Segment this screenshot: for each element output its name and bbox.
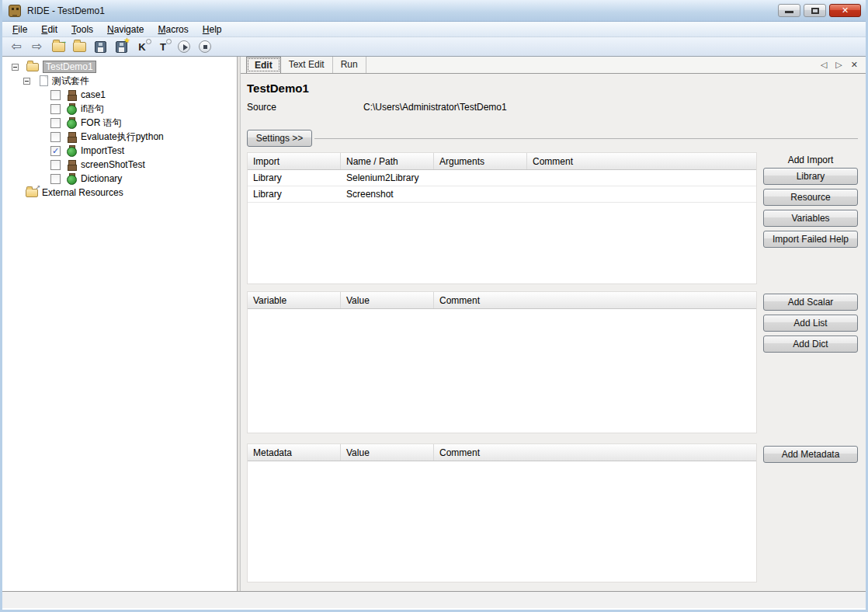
save-button[interactable] — [91, 38, 109, 55]
stop-running-button[interactable] — [196, 38, 214, 55]
tree-item-root[interactable]: TestDemo1 — [2, 60, 237, 74]
open-test-suite-button[interactable]: → — [49, 38, 68, 55]
test-checkbox[interactable] — [50, 174, 61, 184]
run-tests-button[interactable] — [175, 38, 193, 55]
robot-test-icon — [66, 159, 77, 170]
column-header-import: Import — [248, 153, 341, 169]
tree-item-if[interactable]: if语句 — [2, 102, 237, 116]
app-robot-icon — [9, 5, 21, 17]
tree-item-label[interactable]: screenShotTest — [81, 159, 145, 170]
add-library-button[interactable]: Library — [763, 168, 858, 185]
table-row[interactable]: Library Screenshot — [248, 186, 756, 203]
tree-item-suite[interactable]: 测试套件 — [2, 74, 237, 88]
robot-test-icon — [66, 103, 77, 114]
test-checkbox[interactable] — [50, 118, 61, 128]
maximize-button[interactable] — [804, 4, 826, 17]
source-path: C:\Users\Administrator\TestDemo1 — [363, 102, 507, 113]
open-directory-icon — [73, 42, 86, 52]
search-keywords-button[interactable]: K — [133, 38, 151, 55]
variable-table: Variable Value Comment — [247, 291, 757, 433]
import-failed-help-button[interactable]: Import Failed Help — [763, 231, 858, 248]
column-header-comment: Comment — [527, 153, 756, 169]
metadata-table: Metadata Value Comment — [247, 443, 757, 582]
variable-section: Variable Value Comment Add Scalar Add Li… — [247, 291, 858, 433]
search-tests-button[interactable]: T — [154, 38, 172, 55]
tab-run[interactable]: Run — [333, 57, 366, 73]
app-window: RIDE - TestDemo1 ✕ File Edit Tools Navig… — [0, 0, 868, 612]
collapse-expander-icon[interactable] — [12, 64, 19, 71]
test-checkbox-checked[interactable]: ✓ — [50, 146, 61, 156]
import-table-header: Import Name / Path Arguments Comment — [248, 153, 756, 170]
table-row[interactable]: Library Selenium2Library — [248, 170, 756, 186]
add-metadata-button[interactable]: Add Metadata — [763, 446, 858, 463]
robot-test-icon — [66, 117, 77, 128]
menu-edit[interactable]: Edit — [34, 23, 64, 37]
cell-import-type[interactable]: Library — [248, 186, 341, 202]
test-checkbox[interactable] — [50, 160, 61, 170]
minimize-button[interactable] — [778, 4, 800, 17]
column-header-value: Value — [341, 444, 434, 461]
add-resource-button[interactable]: Resource — [763, 189, 858, 206]
add-scalar-button[interactable]: Add Scalar — [763, 294, 858, 311]
menu-tools[interactable]: Tools — [64, 23, 100, 37]
tree-item-label[interactable]: ImportTest — [81, 145, 124, 156]
tab-text-edit[interactable]: Text Edit — [281, 57, 333, 73]
tab-edit[interactable]: Edit — [246, 57, 281, 73]
external-resources-folder-icon — [26, 189, 38, 197]
test-checkbox[interactable] — [50, 104, 61, 114]
suite-title: TestDemo1 — [247, 82, 858, 95]
tree-root-label[interactable]: TestDemo1 — [43, 61, 96, 73]
settings-toggle-button[interactable]: Settings >> — [247, 130, 312, 147]
toolbar: ⇦ ⇨ → ★ K T — [2, 37, 866, 57]
cell-import-type[interactable]: Library — [248, 170, 341, 186]
tree-item-label[interactable]: case1 — [81, 89, 106, 100]
tree-item-for[interactable]: FOR 语句 — [2, 116, 237, 130]
robot-test-icon — [66, 131, 77, 142]
collapse-expander-icon[interactable] — [23, 78, 30, 85]
column-header-comment: Comment — [434, 292, 756, 308]
menu-macros[interactable]: Macros — [151, 23, 195, 37]
save-icon — [95, 41, 106, 53]
tab-scroll-right-icon[interactable]: ▷ — [835, 60, 842, 70]
tree-item-label[interactable]: External Resources — [42, 187, 123, 198]
cell-import-comment[interactable] — [527, 170, 756, 186]
main-area: TestDemo1 测试套件 case1 if语句 FOR 语句 — [2, 57, 866, 591]
tree-item-label[interactable]: if语句 — [81, 103, 104, 116]
tree-item-label[interactable]: Evaluate执行python — [81, 130, 164, 144]
tree-item-label[interactable]: Dictionary — [81, 173, 122, 184]
open-directory-button[interactable] — [70, 38, 89, 55]
title-bar: RIDE - TestDemo1 ✕ — [2, 0, 866, 22]
go-forward-button[interactable]: ⇨ — [28, 38, 47, 55]
cell-import-name[interactable]: Selenium2Library — [341, 170, 434, 186]
cell-import-comment[interactable] — [527, 186, 756, 202]
add-variables-button[interactable]: Variables — [763, 210, 858, 227]
menu-navigate[interactable]: Navigate — [100, 23, 151, 37]
settings-divider — [314, 138, 858, 139]
cell-import-args[interactable] — [434, 186, 527, 202]
close-icon: ✕ — [830, 5, 860, 16]
cell-import-args[interactable] — [434, 170, 527, 186]
tree-item-importtest[interactable]: ✓ ImportTest — [2, 144, 237, 158]
tab-close-icon[interactable]: ✕ — [851, 60, 858, 70]
menu-file[interactable]: File — [5, 23, 34, 37]
cell-import-name[interactable]: Screenshot — [341, 186, 434, 202]
tree-item-screenshottest[interactable]: screenShotTest — [2, 158, 237, 172]
settings-row: Settings >> — [247, 130, 858, 147]
menu-help[interactable]: Help — [196, 23, 229, 37]
tree-item-evaluate[interactable]: Evaluate执行python — [2, 130, 237, 144]
tab-scroll-left-icon[interactable]: ◁ — [821, 60, 827, 70]
variable-table-header: Variable Value Comment — [248, 292, 756, 309]
close-button[interactable]: ✕ — [829, 4, 861, 17]
tree-item-label[interactable]: FOR 语句 — [81, 116, 122, 130]
tree-item-case1[interactable]: case1 — [2, 88, 237, 102]
add-import-label: Add Import — [763, 152, 858, 168]
tree-item-external-resources[interactable]: External Resources — [2, 186, 237, 200]
save-all-button[interactable]: ★ — [112, 38, 130, 55]
test-suite-tree: TestDemo1 测试套件 case1 if语句 FOR 语句 — [2, 57, 237, 591]
test-checkbox[interactable] — [50, 132, 61, 142]
add-list-button[interactable]: Add List — [763, 315, 858, 332]
test-checkbox[interactable] — [50, 90, 61, 100]
add-dict-button[interactable]: Add Dict — [763, 336, 858, 353]
go-back-button[interactable]: ⇦ — [7, 38, 26, 55]
tree-suite-label[interactable]: 测试套件 — [52, 75, 89, 88]
